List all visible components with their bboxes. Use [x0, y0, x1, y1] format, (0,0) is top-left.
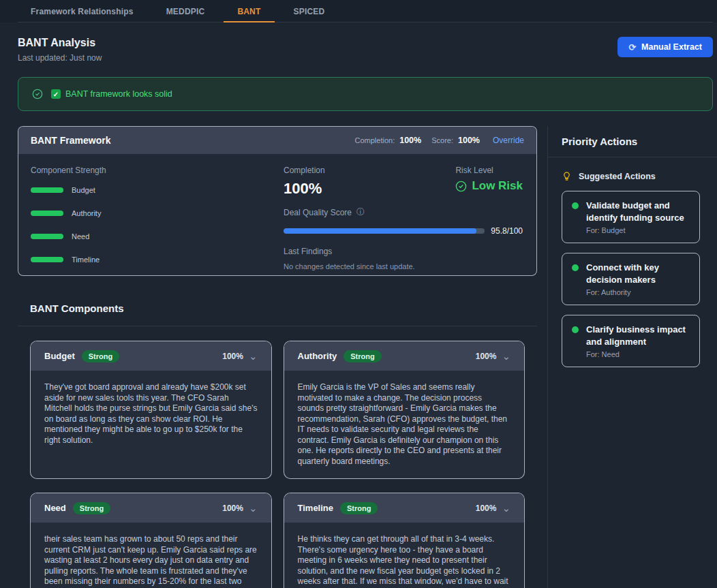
chevron-down-icon[interactable]: ⌄ [249, 351, 258, 361]
page-title: BANT Analysis [18, 37, 102, 49]
sidebar-divider [548, 157, 717, 157]
deal-quality-track [284, 228, 485, 234]
score-label: Score: [431, 136, 453, 144]
completion-big-value: 100% [284, 180, 325, 198]
component-strength-label: Component Strength [31, 166, 284, 175]
lightbulb-icon [562, 171, 572, 181]
chevron-down-icon[interactable]: ⌄ [249, 503, 258, 513]
success-banner: ✓ BANT framework looks solid [18, 77, 713, 111]
component-card-timeline: Timeline Strong 100% ⌄ He thinks they ca… [284, 493, 525, 588]
component-card-need: Need Strong 100% ⌄ their sales team has … [30, 493, 272, 588]
completion-label: Completion: [355, 136, 395, 144]
tab-framework-relationships[interactable]: Framework Relationships [17, 0, 147, 22]
tab-bant[interactable]: BANT [224, 0, 274, 22]
strength-row-need: Need [31, 232, 284, 241]
framework-card-header: BANT Framework Completion: 100% Score: 1… [18, 127, 536, 154]
strength-bar-budget [31, 187, 63, 193]
components-divider [18, 326, 537, 326]
action-card-budget[interactable]: Validate budget and identify funding sou… [562, 191, 700, 243]
override-link[interactable]: Override [493, 136, 524, 145]
status-badge: Strong [73, 502, 110, 514]
tabbar-divider [18, 22, 713, 22]
framework-card-title: BANT Framework [31, 135, 110, 146]
tab-meddpic[interactable]: MEDDPIC [153, 0, 219, 22]
status-badge: Strong [82, 350, 119, 362]
component-card-authority: Authority Strong 100% ⌄ Emily Garcia is … [284, 341, 525, 479]
risk-check-circle-icon [455, 181, 467, 192]
chevron-down-icon[interactable]: ⌄ [502, 503, 510, 513]
component-card-budget-text: They've got board approval and already h… [31, 371, 271, 457]
page-header: BANT Analysis Last updated: Just now ⟳ M… [18, 37, 713, 63]
component-card-timeline-text: He thinks they can get through all of th… [284, 523, 525, 588]
strength-row-budget: Budget [31, 186, 284, 194]
strength-row-authority: Authority [31, 209, 284, 217]
components-section-title: BANT Components [30, 303, 537, 314]
banner-message: ✓ BANT framework looks solid [51, 89, 172, 99]
priority-actions-title: Priority Actions [562, 136, 700, 147]
action-card-need[interactable]: Clarify business impact and alignment Fo… [562, 315, 700, 367]
last-findings-text: No changes detected since last update. [284, 262, 523, 270]
score-value: 100% [458, 136, 480, 145]
component-card-budget: Budget Strong 100% ⌄ They've got board a… [30, 341, 272, 479]
manual-extract-button[interactable]: ⟳ Manual Extract [617, 37, 713, 57]
chevron-down-icon[interactable]: ⌄ [502, 351, 510, 361]
component-card-need-header[interactable]: Need Strong 100% ⌄ [31, 493, 271, 523]
component-card-authority-text: Emily Garcia is the VP of Sales and seem… [284, 371, 525, 478]
refresh-icon: ⟳ [628, 43, 636, 52]
completion-value: 100% [399, 136, 421, 145]
component-card-need-text: their sales team has grown to about 50 r… [31, 523, 271, 588]
risk-level-value: Low Risk [472, 179, 523, 193]
status-badge: Strong [340, 502, 378, 514]
completion-block: Completion 100% [284, 166, 325, 198]
component-card-authority-header[interactable]: Authority Strong 100% ⌄ [284, 341, 525, 371]
action-card-authority[interactable]: Connect with key decision makers For: Au… [562, 253, 700, 305]
deal-quality-fill [284, 228, 476, 234]
check-circle-icon [32, 89, 43, 99]
green-dot-icon [572, 326, 579, 333]
strength-bar-timeline [31, 257, 63, 262]
info-icon[interactable]: ⓘ [356, 206, 365, 218]
priority-actions-panel: Priority Actions Suggested Actions Valid… [547, 126, 717, 588]
last-findings-label: Last Findings [284, 247, 523, 256]
tab-bar: Framework Relationships MEDDPIC BANT SPI… [0, 0, 717, 22]
manual-extract-label: Manual Extract [641, 42, 702, 52]
deal-quality-label: Deal Quality Score [284, 208, 352, 217]
strength-bar-authority [31, 211, 63, 216]
last-updated-text: Last updated: Just now [18, 53, 102, 63]
status-badge: Strong [344, 350, 381, 362]
green-dot-icon [572, 202, 579, 209]
suggested-actions-label: Suggested Actions [579, 172, 656, 181]
strength-bar-need [31, 234, 63, 239]
bant-components-section: BANT Components Budget Strong 100% ⌄ [18, 303, 537, 588]
component-card-budget-header[interactable]: Budget Strong 100% ⌄ [31, 341, 271, 371]
check-emoji-icon: ✓ [51, 89, 61, 99]
green-dot-icon [572, 264, 579, 271]
strength-row-timeline: Timeline [31, 256, 284, 264]
risk-block: Risk Level Low Risk [455, 166, 523, 193]
tab-spiced[interactable]: SPICED [280, 0, 339, 22]
bant-framework-card: BANT Framework Completion: 100% Score: 1… [18, 126, 537, 276]
component-card-timeline-header[interactable]: Timeline Strong 100% ⌄ [284, 493, 525, 523]
deal-quality-value: 95.8/100 [491, 226, 523, 236]
